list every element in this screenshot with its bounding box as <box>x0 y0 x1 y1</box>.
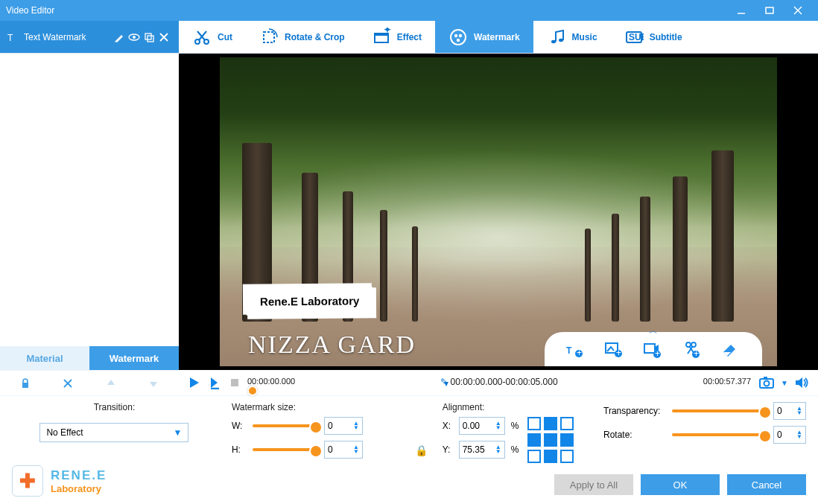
align-tc[interactable] <box>544 417 557 430</box>
lock-button[interactable] <box>6 374 45 393</box>
rotate-slider[interactable] <box>672 433 767 436</box>
move-up-button[interactable] <box>92 374 130 393</box>
play-button[interactable] <box>188 376 201 389</box>
transparency-slider[interactable] <box>672 409 767 412</box>
svg-text:+: + <box>694 348 699 358</box>
nav-rotate-crop[interactable]: Rotate & Crop <box>246 21 358 53</box>
sidebar-content <box>0 54 179 346</box>
align-mr[interactable] <box>560 433 574 447</box>
music-icon <box>547 28 566 47</box>
size-label: Watermark size: <box>232 402 400 412</box>
nav-cut[interactable]: Cut <box>179 21 246 53</box>
snapshot-button[interactable] <box>758 376 775 389</box>
nav-label: Subtitle <box>650 32 682 42</box>
add-video-watermark-button[interactable]: + <box>643 340 661 358</box>
remove-watermark-button[interactable]: + <box>682 340 700 358</box>
svg-point-22 <box>457 38 460 41</box>
apply-all-button[interactable]: Apply to All <box>554 474 633 495</box>
svg-rect-49 <box>764 377 767 379</box>
percent-unit: % <box>511 421 519 431</box>
add-image-watermark-button[interactable]: + <box>604 340 622 358</box>
stop-button[interactable] <box>229 377 240 388</box>
svg-rect-42 <box>22 383 28 388</box>
ok-button[interactable]: OK <box>641 474 720 495</box>
align-bc[interactable] <box>544 450 557 463</box>
timeline-marker-icon[interactable]: ▾ <box>444 378 448 389</box>
height-slider[interactable] <box>253 448 318 451</box>
eye-icon[interactable] <box>127 30 142 45</box>
svg-point-6 <box>133 36 136 39</box>
subtitle-icon: SUB <box>624 28 644 47</box>
nav-watermark[interactable]: Watermark <box>435 21 533 53</box>
nav-subtitle[interactable]: SUB Subtitle <box>611 21 696 53</box>
nav-music[interactable]: Music <box>533 21 611 53</box>
subtitle-overlay: NIZZA GARD <box>248 331 416 359</box>
close-button[interactable] <box>784 0 812 21</box>
align-bl[interactable] <box>527 450 541 463</box>
time-range[interactable]: 00:00:00.000-00:00:05.000 <box>450 377 557 387</box>
y-label: Y: <box>443 444 453 455</box>
svg-point-48 <box>764 381 770 386</box>
brand-line1: RENE.E <box>51 468 107 483</box>
w-label: W: <box>232 421 247 431</box>
crop-icon <box>259 28 279 47</box>
tab-material[interactable]: Material <box>0 346 89 370</box>
svg-line-13 <box>199 31 206 40</box>
svg-text:+: + <box>616 348 621 358</box>
add-text-watermark-button[interactable]: T+ <box>565 340 583 358</box>
step-button[interactable] <box>209 376 222 389</box>
transition-label: Transition: <box>12 402 217 412</box>
align-tr[interactable] <box>560 417 574 430</box>
chevron-down-icon[interactable]: ▼ <box>781 379 788 387</box>
transparency-input[interactable]: 0▲▼ <box>773 402 806 420</box>
video-preview[interactable]: Rene.E Laboratory NIZZA GARD ︿ T+ + + + <box>179 54 818 370</box>
width-input[interactable]: 0▲▼ <box>324 417 363 435</box>
effect-icon: ✦ <box>372 28 391 47</box>
chevron-up-icon[interactable]: ︿ <box>649 325 658 337</box>
rotate-input[interactable]: 0▲▼ <box>773 426 806 444</box>
timeline-thumb[interactable] <box>247 386 258 396</box>
time-end: 00:00:57.377 <box>703 377 751 387</box>
move-down-button[interactable] <box>135 374 174 393</box>
svg-point-20 <box>454 34 457 36</box>
edit-icon[interactable] <box>112 30 127 45</box>
volume-button[interactable] <box>794 376 809 389</box>
nav-label: Music <box>572 32 597 42</box>
chevron-down-icon: ▼ <box>174 427 183 438</box>
copy-icon[interactable] <box>142 30 156 45</box>
watermark-text-overlay[interactable]: Rene.E Laboratory <box>251 291 369 310</box>
scissors-icon <box>192 28 212 47</box>
delete-button[interactable] <box>49 374 88 393</box>
width-slider[interactable] <box>253 424 318 427</box>
svg-rect-8 <box>148 36 153 42</box>
brand-logo: ✚ RENE.E Laboratory <box>12 465 107 497</box>
tab-watermark[interactable]: Watermark <box>89 346 179 370</box>
align-mc[interactable] <box>544 433 557 447</box>
align-tl[interactable] <box>527 417 541 430</box>
y-input[interactable]: 75.35▲▼ <box>459 441 505 459</box>
nav-label: Rotate & Crop <box>285 32 345 42</box>
svg-point-21 <box>459 34 462 36</box>
h-label: H: <box>232 444 247 455</box>
x-label: X: <box>443 421 453 431</box>
brand-line2: Laboratory <box>51 483 107 494</box>
svg-rect-46 <box>231 379 238 386</box>
svg-rect-33 <box>644 344 655 353</box>
eraser-watermark-button[interactable] <box>720 340 738 358</box>
align-br[interactable] <box>560 450 574 463</box>
maximize-button[interactable] <box>755 0 784 21</box>
minimize-button[interactable] <box>727 0 755 21</box>
cancel-button[interactable]: Cancel <box>727 474 806 495</box>
svg-text:T: T <box>7 33 13 43</box>
nav-label: Effect <box>397 32 422 42</box>
lock-aspect-icon[interactable]: 🔒 <box>415 444 428 456</box>
close-panel-icon[interactable] <box>156 30 171 45</box>
watermark-icon <box>448 28 468 47</box>
transition-select[interactable]: No Effect ▼ <box>39 423 188 442</box>
x-input[interactable]: 0.00▲▼ <box>459 417 505 435</box>
nav-effect[interactable]: ✦ Effect <box>358 21 435 53</box>
transparency-label: Transparency: <box>603 406 666 416</box>
svg-text:+: + <box>655 348 660 358</box>
height-input[interactable]: 0▲▼ <box>324 441 363 459</box>
align-ml[interactable] <box>527 433 541 447</box>
